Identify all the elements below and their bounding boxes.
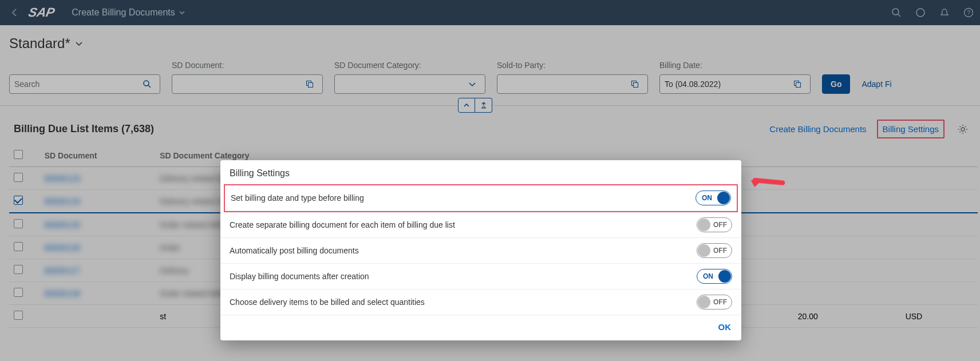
billing-settings-dialog: Billing Settings Set billing date and ty… <box>220 160 741 340</box>
setting-label: Set billing date and type before billing <box>231 193 364 203</box>
setting-label: Automatically post billing documents <box>230 246 359 255</box>
setting-label: Create separate billing document for eac… <box>230 220 455 229</box>
setting-label: Choose delivery items to be billed and s… <box>230 297 425 307</box>
dialog-ok-button[interactable]: OK <box>718 322 732 332</box>
setting-row: Choose delivery items to be billed and s… <box>220 289 741 315</box>
setting-row: Create separate billing document for eac… <box>220 212 741 238</box>
setting-toggle[interactable] <box>697 295 732 310</box>
setting-toggle[interactable] <box>697 243 732 258</box>
dialog-title: Billing Settings <box>220 160 741 184</box>
setting-toggle[interactable] <box>696 191 731 205</box>
setting-row: Set billing date and type before billing <box>225 185 737 211</box>
setting-row: Automatically post billing documents <box>220 238 741 264</box>
setting-toggle[interactable] <box>697 269 732 284</box>
setting-label: Display billing documents after creation <box>230 272 369 281</box>
setting-row: Display billing documents after creation <box>220 264 741 289</box>
setting-toggle[interactable] <box>697 217 732 232</box>
